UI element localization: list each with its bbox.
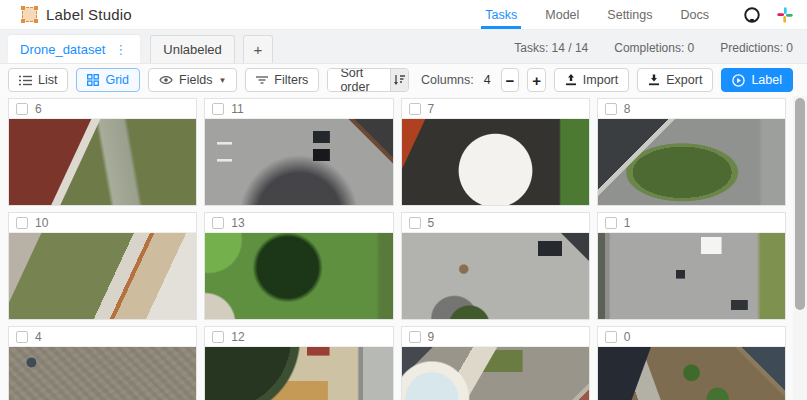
- export-icon: [648, 74, 660, 86]
- filters-button[interactable]: Filters: [245, 68, 319, 92]
- task-id: 12: [231, 330, 244, 344]
- task-card[interactable]: 1: [597, 212, 786, 320]
- task-image[interactable]: [598, 119, 785, 205]
- task-image[interactable]: [9, 233, 196, 319]
- stats-predictions: Predictions: 0: [720, 41, 793, 55]
- task-id: 4: [35, 330, 42, 344]
- tab-label: Unlabeled: [163, 42, 222, 57]
- task-image[interactable]: [402, 233, 589, 319]
- task-card[interactable]: 13: [204, 212, 393, 320]
- slack-icon[interactable]: [777, 7, 793, 23]
- task-checkbox[interactable]: [605, 103, 617, 115]
- import-label: Import: [583, 73, 618, 87]
- scrollbar[interactable]: [793, 96, 807, 400]
- list-view-button[interactable]: List: [8, 68, 68, 92]
- task-checkbox[interactable]: [605, 217, 617, 229]
- grid-view-label: Grid: [105, 73, 129, 87]
- eye-icon: [159, 75, 173, 85]
- task-id: 5: [428, 216, 435, 230]
- task-card[interactable]: 10: [8, 212, 197, 320]
- task-image[interactable]: [9, 119, 196, 205]
- list-icon: [19, 75, 32, 86]
- task-card[interactable]: 7: [401, 98, 590, 206]
- task-card[interactable]: 11: [204, 98, 393, 206]
- task-card[interactable]: 8: [597, 98, 786, 206]
- task-image[interactable]: [9, 347, 196, 400]
- task-checkbox[interactable]: [16, 217, 28, 229]
- stats-completions: Completions: 0: [614, 41, 694, 55]
- nav-item-docs[interactable]: Docs: [681, 0, 709, 29]
- task-grid: 6 11 7 8 10 13 5 1: [0, 96, 807, 400]
- sort-direction-icon[interactable]: [390, 69, 408, 91]
- tab-unlabeled[interactable]: Unlabeled: [150, 35, 235, 63]
- columns-decrease-button[interactable]: −: [501, 68, 520, 92]
- toolbar: List Grid Fields ▼ Filters Sort order Co…: [0, 64, 807, 96]
- grid-icon: [87, 74, 99, 86]
- app-header: Label Studio Tasks Model Settings Docs: [0, 0, 807, 30]
- task-card[interactable]: 9: [401, 326, 590, 400]
- task-image[interactable]: [205, 119, 392, 205]
- task-checkbox[interactable]: [212, 217, 224, 229]
- tab-label: Drone_dataset: [20, 42, 105, 57]
- columns-increase-button[interactable]: +: [527, 68, 546, 92]
- task-checkbox[interactable]: [409, 331, 421, 343]
- task-image[interactable]: [205, 233, 392, 319]
- task-id: 10: [35, 216, 48, 230]
- nav-item-tasks[interactable]: Tasks: [485, 0, 517, 29]
- task-checkbox[interactable]: [212, 331, 224, 343]
- grid-view-button[interactable]: Grid: [76, 68, 140, 92]
- chevron-down-icon: ▼: [218, 76, 226, 85]
- task-id: 7: [428, 102, 435, 116]
- top-nav: Tasks Model Settings Docs: [485, 0, 793, 29]
- task-image[interactable]: [205, 347, 392, 400]
- label-button-label: Label: [751, 73, 782, 87]
- label-button[interactable]: Label: [721, 68, 793, 92]
- task-checkbox[interactable]: [409, 103, 421, 115]
- scrollbar-thumb[interactable]: [795, 98, 805, 310]
- list-view-label: List: [38, 73, 57, 87]
- task-card[interactable]: 5: [401, 212, 590, 320]
- filters-label: Filters: [274, 73, 308, 87]
- fields-label: Fields: [179, 73, 212, 87]
- import-button[interactable]: Import: [554, 68, 629, 92]
- task-id: 9: [428, 330, 435, 344]
- task-id: 8: [624, 102, 631, 116]
- export-label: Export: [666, 73, 702, 87]
- task-image[interactable]: [598, 347, 785, 400]
- task-card[interactable]: 12: [204, 326, 393, 400]
- task-id: 0: [624, 330, 631, 344]
- tab-drone-dataset[interactable]: Drone_dataset ⋮: [8, 35, 140, 63]
- task-checkbox[interactable]: [409, 217, 421, 229]
- task-checkbox[interactable]: [16, 103, 28, 115]
- github-icon[interactable]: [743, 6, 761, 24]
- task-checkbox[interactable]: [16, 331, 28, 343]
- add-tab-button[interactable]: +: [243, 35, 273, 63]
- tab-menu-kebab-icon[interactable]: ⋮: [113, 43, 128, 56]
- task-card[interactable]: 0: [597, 326, 786, 400]
- label-studio-logo-icon: [22, 7, 37, 22]
- app-title: Label Studio: [46, 6, 132, 23]
- task-grid-area: 6 11 7 8 10 13 5 1: [0, 96, 807, 400]
- tab-bar: Drone_dataset ⋮ Unlabeled + Tasks: 14 / …: [0, 30, 807, 64]
- columns-label: Columns:: [421, 73, 474, 87]
- sort-order-button[interactable]: Sort order: [327, 68, 409, 92]
- play-circle-icon: [732, 74, 745, 87]
- fields-button[interactable]: Fields ▼: [148, 68, 237, 92]
- stats-tasks: Tasks: 14 / 14: [514, 41, 588, 55]
- task-checkbox[interactable]: [605, 331, 617, 343]
- task-id: 1: [624, 216, 631, 230]
- columns-value: 4: [484, 73, 491, 87]
- nav-item-model[interactable]: Model: [545, 0, 579, 29]
- sort-order-label: Sort order: [328, 69, 390, 91]
- task-image[interactable]: [598, 233, 785, 319]
- task-image[interactable]: [402, 119, 589, 205]
- task-stats: Tasks: 14 / 14 Completions: 0 Prediction…: [514, 41, 793, 63]
- task-card[interactable]: 6: [8, 98, 197, 206]
- task-card[interactable]: 4: [8, 326, 197, 400]
- task-checkbox[interactable]: [212, 103, 224, 115]
- nav-item-settings[interactable]: Settings: [607, 0, 652, 29]
- task-id: 6: [35, 102, 42, 116]
- filter-icon: [256, 75, 268, 85]
- task-image[interactable]: [402, 347, 589, 400]
- export-button[interactable]: Export: [637, 68, 713, 92]
